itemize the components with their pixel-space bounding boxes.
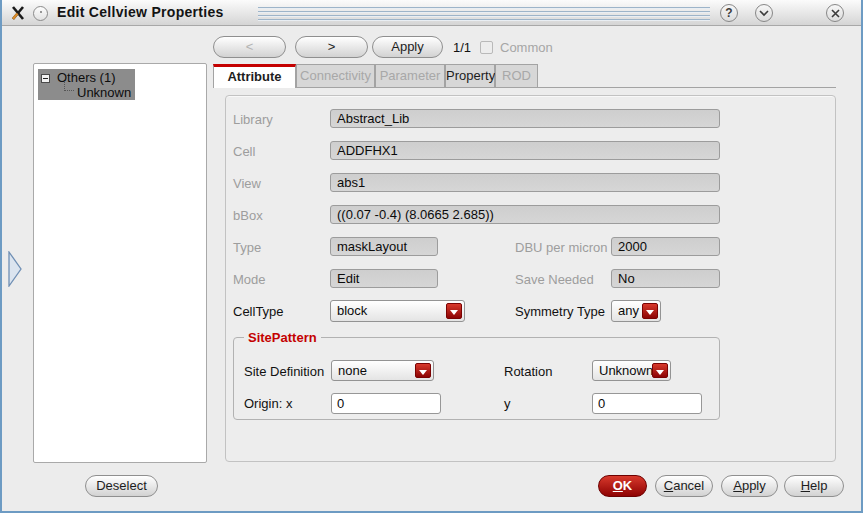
page-indicator: 1/1	[453, 40, 471, 55]
tree-branch-connector	[64, 82, 74, 91]
site-definition-dropdown[interactable]: none	[331, 360, 434, 381]
mode-field: Edit	[330, 269, 438, 288]
help-icon[interactable]: ?	[720, 4, 738, 22]
bbox-field: ((0.07 -0.4) (8.0665 2.685))	[330, 205, 720, 224]
site-pattern-group: SitePattern Site Definition none Rotatio…	[233, 337, 720, 420]
library-label: Library	[233, 112, 273, 127]
chevron-down-icon[interactable]	[642, 303, 658, 319]
cell-type-dropdown[interactable]: block	[330, 300, 465, 322]
titlebar-decoration	[258, 7, 710, 21]
panel-expand-arrow-icon[interactable]	[7, 251, 23, 287]
common-checkbox[interactable]	[480, 41, 493, 54]
origin-x-label: Origin: x	[244, 396, 292, 411]
cell-type-value: block	[337, 303, 367, 318]
apply-top-button[interactable]: Apply	[372, 36, 443, 58]
library-field: Abstract_Lib	[330, 109, 720, 128]
virtuoso-app-icon	[10, 5, 26, 21]
tab-connectivity[interactable]: Connectivity	[296, 64, 375, 88]
origin-x-input[interactable]	[331, 393, 441, 414]
titlebar[interactable]: Edit Cellview Properties ?	[2, 0, 861, 26]
shade-icon[interactable]	[755, 4, 773, 22]
type-label: Type	[233, 240, 261, 255]
tab-parameter[interactable]: Parameter	[375, 64, 445, 88]
window-menu-icon[interactable]	[33, 6, 48, 21]
help-button[interactable]: Help	[784, 475, 844, 497]
cell-label: Cell	[233, 144, 255, 159]
chevron-down-icon[interactable]	[652, 363, 668, 378]
rotation-dropdown[interactable]: Unknown	[592, 360, 671, 381]
deselect-button[interactable]: Deselect	[85, 475, 158, 497]
window-title: Edit Cellview Properties	[57, 4, 224, 20]
chevron-down-icon[interactable]	[415, 363, 431, 378]
close-icon[interactable]	[826, 4, 844, 22]
view-field: abs1	[330, 173, 720, 192]
chevron-down-icon[interactable]	[446, 303, 462, 319]
origin-y-label: y	[504, 396, 511, 411]
ok-button[interactable]: OK	[598, 475, 647, 497]
tree-expander-icon[interactable]	[41, 74, 50, 83]
cell-type-label: CellType	[233, 304, 284, 319]
object-tree-panel[interactable]: Others (1) Unknown	[33, 63, 207, 463]
symmetry-type-dropdown[interactable]: any	[611, 300, 661, 322]
rotation-value: Unknown	[599, 363, 653, 378]
symmetry-type-label: Symmetry Type	[515, 304, 605, 319]
cancel-button[interactable]: Cancel	[655, 475, 713, 497]
symmetry-type-value: any	[618, 303, 639, 318]
site-pattern-title: SitePattern	[244, 330, 321, 345]
view-label: View	[233, 176, 261, 191]
tab-attribute[interactable]: Attribute	[213, 64, 296, 88]
prev-button[interactable]: <	[213, 36, 286, 58]
next-button[interactable]: >	[295, 36, 368, 58]
mode-label: Mode	[233, 272, 266, 287]
save-needed-field: No	[611, 269, 720, 288]
dbu-label: DBU per micron	[515, 240, 607, 255]
common-checkbox-label: Common	[500, 40, 553, 55]
tab-rod[interactable]: ROD	[495, 64, 538, 88]
bbox-label: bBox	[233, 208, 263, 223]
dbu-field: 2000	[611, 237, 720, 256]
rotation-label: Rotation	[504, 364, 552, 379]
site-definition-value: none	[338, 363, 367, 378]
tab-property[interactable]: Property	[445, 64, 495, 88]
save-needed-label: Save Needed	[515, 272, 594, 287]
tree-item-unknown[interactable]: Unknown	[77, 85, 131, 100]
origin-y-input[interactable]	[592, 393, 702, 414]
apply-button[interactable]: Apply	[721, 475, 778, 497]
site-definition-label: Site Definition	[244, 364, 324, 379]
edit-cellview-properties-dialog: Edit Cellview Properties ? < > Apply 1/1…	[0, 0, 863, 513]
type-field: maskLayout	[330, 237, 438, 256]
cell-field: ADDFHX1	[330, 141, 720, 160]
